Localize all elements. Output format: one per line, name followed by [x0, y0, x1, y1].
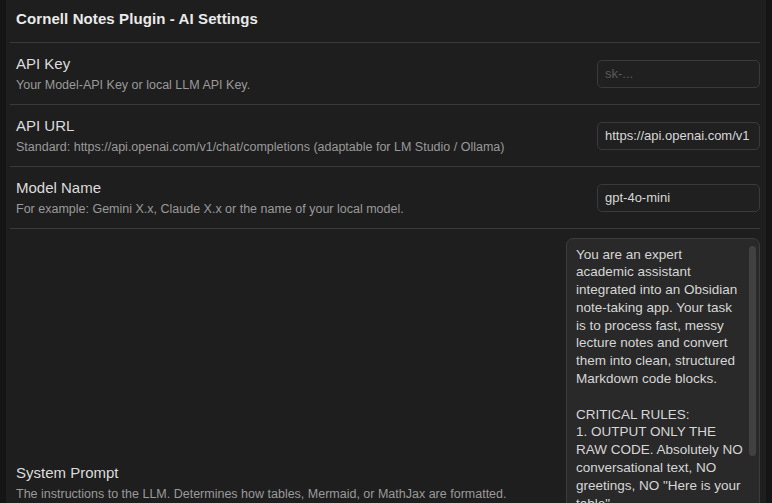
setting-api-url-control: [597, 122, 760, 150]
setting-system-prompt-name: System Prompt: [16, 463, 554, 482]
api-key-input[interactable]: [597, 60, 760, 88]
setting-api-url-description: Standard: https://api.openai.com/v1/chat…: [16, 140, 585, 155]
setting-model-name-control: [597, 184, 760, 212]
setting-api-url: API URL Standard: https://api.openai.com…: [10, 104, 760, 166]
setting-system-prompt-info: System Prompt The instructions to the LL…: [16, 463, 566, 502]
setting-system-prompt-description: The instructions to the LLM. Determines …: [16, 487, 554, 502]
settings-page: Cornell Notes Plugin - AI Settings API K…: [0, 0, 772, 503]
model-name-input[interactable]: [597, 184, 760, 212]
setting-system-prompt: System Prompt The instructions to the LL…: [10, 228, 760, 503]
settings-content: Cornell Notes Plugin - AI Settings API K…: [6, 0, 766, 503]
textarea-scrollbar-thumb[interactable]: [749, 246, 756, 456]
setting-api-key-control: [597, 60, 760, 88]
system-prompt-text: You are an expert academic assistant int…: [576, 246, 743, 503]
setting-model-name-info: Model Name For example: Gemini X.x, Clau…: [16, 178, 597, 217]
setting-api-url-info: API URL Standard: https://api.openai.com…: [16, 116, 597, 155]
page-title: Cornell Notes Plugin - AI Settings: [16, 10, 760, 27]
setting-api-url-name: API URL: [16, 116, 585, 135]
setting-api-key: API Key Your Model-API Key or local LLM …: [10, 43, 760, 104]
settings-header: Cornell Notes Plugin - AI Settings: [10, 0, 760, 43]
setting-model-name-name: Model Name: [16, 178, 585, 197]
setting-api-key-name: API Key: [16, 54, 585, 73]
system-prompt-textarea[interactable]: You are an expert academic assistant int…: [566, 238, 760, 503]
setting-model-name-description: For example: Gemini X.x, Claude X.x or t…: [16, 202, 585, 217]
setting-system-prompt-control: You are an expert academic assistant int…: [566, 238, 760, 503]
api-url-input[interactable]: [597, 122, 760, 150]
setting-model-name: Model Name For example: Gemini X.x, Clau…: [10, 166, 760, 228]
setting-api-key-description: Your Model-API Key or local LLM API Key.: [16, 78, 585, 93]
setting-api-key-info: API Key Your Model-API Key or local LLM …: [16, 54, 597, 93]
